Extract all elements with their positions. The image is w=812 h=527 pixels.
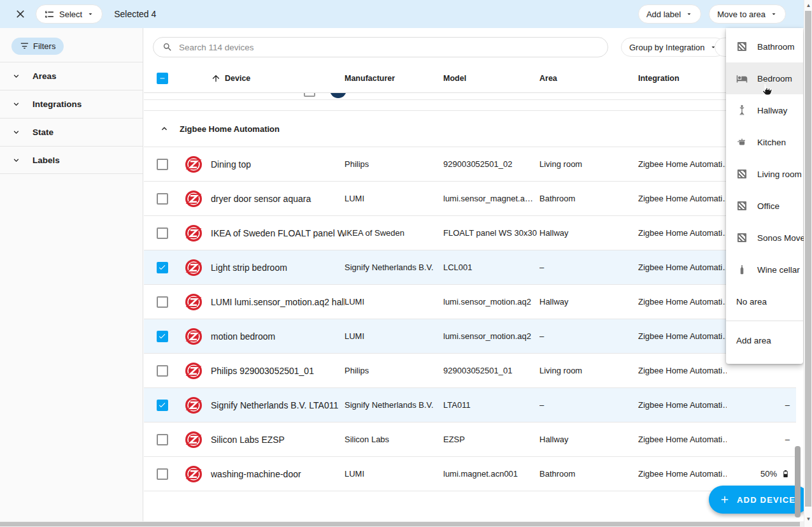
table-row[interactable]: dryer door sensor aquaraLUMIlumi.sensor_…: [144, 182, 796, 216]
sidebar-section-labels[interactable]: Labels: [0, 146, 143, 174]
zigbee-integration-icon: [185, 397, 202, 414]
table-row[interactable]: washing-machine-doorLUMIlumi.magnet.acn0…: [144, 457, 796, 491]
zigbee-integration-icon: [185, 156, 202, 173]
row-checkbox[interactable]: [157, 365, 168, 377]
row-checkbox[interactable]: [157, 400, 168, 411]
group-header-zigbee[interactable]: Zigbee Home Automation: [144, 111, 796, 147]
move-to-area-menu: BathroomBedroomHallwayKitchenLiving room…: [726, 28, 803, 364]
row-checkbox[interactable]: [157, 193, 168, 205]
page-scrollbar[interactable]: ▲ ▼: [804, 0, 812, 527]
scroll-down-arrow[interactable]: ▼: [804, 514, 812, 523]
chevron-down-icon: [11, 99, 21, 109]
search-box[interactable]: [153, 37, 608, 57]
selection-toolbar: Select Selected 4 Add label Move to area: [0, 0, 804, 28]
table-row[interactable]: Signify Netherlands B.V. LTA011Signify N…: [144, 388, 796, 422]
menu-item-kitchen[interactable]: Kitchen: [726, 126, 803, 158]
row-checkbox[interactable]: [157, 296, 168, 308]
device-area: Hallway: [539, 228, 638, 238]
list-check-icon: [44, 9, 55, 20]
sort-ascending-icon[interactable]: [211, 73, 221, 83]
device-name: Silicon Labs EZSP: [211, 435, 345, 445]
filters-chip[interactable]: Filters: [11, 38, 64, 55]
column-header-model[interactable]: Model: [443, 74, 539, 83]
table-row[interactable]: Silicon Labs EZSPSilicon LabsEZSPHallway…: [144, 422, 796, 457]
menu-item-sonos-move[interactable]: Sonos Move: [726, 222, 803, 254]
horizontal-scrollbar-thumb[interactable]: [0, 522, 800, 526]
menu-item-label: Bathroom: [757, 42, 795, 52]
menu-item-hallway[interactable]: Hallway: [726, 94, 803, 126]
sidebar-section-label: Labels: [32, 155, 60, 165]
table-scrollbar-thumb[interactable]: [795, 446, 801, 517]
menu-item-label: Living room: [757, 170, 802, 179]
menu-item-no-area[interactable]: No area: [726, 285, 803, 317]
table-row[interactable]: motion bedroomLUMIlumi.sensor_motion.aq2…: [144, 319, 796, 354]
add-device-label: ADD DEVICE: [737, 495, 795, 505]
table-header: Device Manufacturer Model Area Integrati…: [144, 64, 796, 93]
menu-item-label: Bedroom: [757, 74, 792, 83]
device-manufacturer: Signify Netherlands B.V.: [345, 400, 443, 410]
row-checkbox[interactable]: [157, 434, 168, 445]
row-checkbox[interactable]: [157, 468, 168, 480]
menu-item-bathroom[interactable]: Bathroom: [726, 31, 803, 62]
zigbee-integration-icon: [185, 328, 202, 345]
table-row[interactable]: LUMI lumi.sensor_motion.aq2 hallwLUMIlum…: [144, 285, 796, 319]
table-row[interactable]: Light strip bedroomSignify Netherlands B…: [144, 250, 796, 285]
sidebar-section-integrations[interactable]: Integrations: [0, 90, 143, 118]
device-name: Philips 929003052501_01: [211, 366, 345, 376]
device-manufacturer: IKEA of Sweden: [345, 228, 443, 238]
device-name: Dining top: [211, 159, 345, 170]
horizontal-scrollbar[interactable]: [0, 521, 804, 527]
scroll-up-arrow[interactable]: ▲: [804, 1, 812, 10]
column-header-area[interactable]: Area: [539, 74, 638, 83]
move-to-area-button[interactable]: Move to area: [709, 4, 786, 24]
page-scrollbar-thumb[interactable]: [805, 11, 811, 507]
menu-item-living-room[interactable]: Living room: [726, 158, 803, 190]
row-checkbox[interactable]: [157, 159, 168, 170]
close-selection-button[interactable]: [9, 3, 32, 25]
integration-icon: [330, 93, 346, 98]
filters-label: Filters: [33, 41, 55, 51]
menu-item-add-area[interactable]: Add area: [726, 324, 803, 356]
add-label-button-label: Add label: [646, 10, 681, 19]
device-name: dryer door sensor aquara: [211, 194, 345, 204]
chevron-down-icon: [11, 155, 21, 165]
table-row[interactable]: Dining topPhilips929003052501_02Living r…: [144, 147, 796, 182]
device-integration: Zigbee Home Automati…: [638, 228, 727, 238]
mouse-cursor: [759, 83, 773, 98]
column-header-device[interactable]: Device: [225, 74, 250, 83]
bottle-icon: [736, 264, 748, 275]
zigbee-integration-icon: [185, 294, 202, 310]
row-checkbox[interactable]: [157, 227, 168, 239]
group-gap: [144, 100, 796, 111]
row-checkbox[interactable]: [157, 331, 168, 342]
group-by-button[interactable]: Group by Integration: [621, 38, 725, 57]
device-name: IKEA of Sweden FLOALT panel WS: [211, 228, 345, 238]
device-model: EZSP: [443, 435, 539, 444]
select-button-label: Select: [59, 10, 82, 19]
menu-item-wine-cellar[interactable]: Wine cellar: [726, 254, 803, 285]
battery-50-icon: [781, 468, 790, 479]
selected-count: Selected 4: [114, 9, 156, 19]
zigbee-integration-icon: [185, 466, 202, 482]
column-header-integration[interactable]: Integration: [638, 74, 727, 83]
menu-item-label: Kitchen: [757, 138, 786, 147]
row-checkbox[interactable]: [304, 93, 315, 97]
search-input[interactable]: [179, 43, 599, 52]
device-manufacturer: LUMI: [345, 469, 443, 479]
table-row[interactable]: Philips 929003052501_01Philips9290030525…: [144, 354, 796, 388]
table-row[interactable]: IKEA of Sweden FLOALT panel WSIKEA of Sw…: [144, 216, 796, 250]
move-to-area-button-label: Move to area: [717, 10, 766, 19]
select-mode-button[interactable]: Select: [36, 4, 103, 24]
select-all-checkbox[interactable]: [157, 73, 168, 84]
row-checkbox[interactable]: [157, 262, 168, 273]
device-model: 929003052501_01: [443, 366, 539, 375]
add-label-button[interactable]: Add label: [638, 4, 701, 24]
sidebar-section-areas[interactable]: Areas: [0, 62, 143, 90]
device-area: Bathroom: [539, 194, 638, 203]
sidebar-section-state[interactable]: State: [0, 118, 143, 146]
column-header-manufacturer[interactable]: Manufacturer: [345, 74, 443, 83]
device-model: LTA011: [443, 400, 539, 410]
menu-item-office[interactable]: Office: [726, 190, 803, 222]
menu-item-label: No area: [736, 297, 767, 307]
chevron-up-icon: [159, 124, 169, 134]
